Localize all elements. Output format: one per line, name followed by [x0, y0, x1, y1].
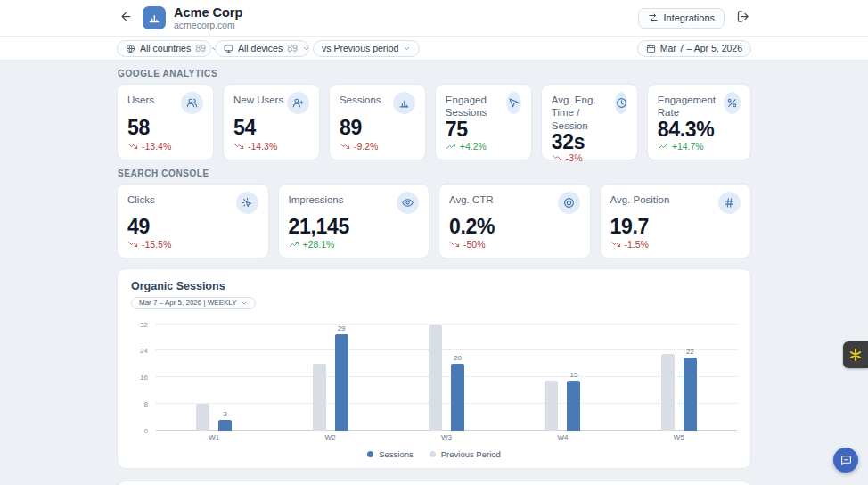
x-axis-tick: W3 [389, 433, 504, 441]
metric-value: 84.3% [658, 119, 741, 140]
metric-title: Engaged Sessions [446, 94, 506, 119]
metric-delta: -1.5% [610, 239, 741, 250]
metric-value: 75 [446, 119, 521, 140]
arrow-left-icon [119, 10, 133, 23]
metric-delta: -14.3% [233, 141, 309, 152]
bar-previous-period-w3 [429, 325, 442, 431]
page-title: Acme Corp [174, 5, 242, 20]
metric-value: 89 [340, 118, 415, 138]
metric-card-avg-position: Avg. Position19.7-1.5% [600, 184, 752, 259]
asterisk-icon [848, 348, 863, 362]
metric-delta: -50% [449, 239, 580, 250]
section-label-google-analytics: GOOGLE ANALYTICS [118, 69, 751, 78]
metric-title: Sessions [340, 94, 384, 106]
countries-filter[interactable]: All countries 89 [117, 40, 211, 57]
metric-card-engagement-rate: Engagement Rate84.3%+14.7% [647, 84, 751, 160]
back-button[interactable] [117, 9, 135, 27]
logout-icon [736, 10, 749, 23]
trend-down-icon [127, 240, 138, 249]
hash-icon [718, 192, 741, 214]
trend-down-icon [127, 142, 138, 151]
devices-filter[interactable]: All devices 89 [215, 40, 309, 57]
comparison-filter-label: vs Previous period [322, 43, 398, 53]
metric-delta: +14.7% [658, 141, 741, 152]
trend-up-icon [289, 240, 299, 249]
date-range-label: Mar 7 – Apr 5, 2026 [660, 43, 742, 53]
metric-value: 21,145 [289, 217, 420, 237]
chart-plot-area: 329201522 [156, 325, 737, 431]
logout-button[interactable] [733, 9, 751, 27]
search-console-cards: Clicks49-15.5%Impressions21,145+28.1%Avg… [117, 184, 751, 259]
x-axis-tick: W1 [156, 433, 272, 441]
trend-down-icon [233, 142, 244, 151]
metric-title: Impressions [289, 193, 347, 206]
metric-value: 54 [233, 118, 309, 138]
extension-badge[interactable] [843, 341, 868, 368]
top-header: Acme Corp acmecorp.com Integrations [0, 0, 868, 37]
legend-item-sessions[interactable]: Sessions [367, 449, 414, 459]
metric-delta: -15.5% [127, 239, 258, 250]
devices-count: 89 [287, 43, 298, 53]
comparison-filter[interactable]: vs Previous period [313, 40, 420, 57]
metric-card-new-users: New Users54-14.3% [223, 84, 320, 160]
countries-filter-label: All countries [140, 43, 191, 53]
trend-down-icon [610, 240, 621, 249]
x-axis-tick: W5 [621, 433, 737, 441]
organic-sessions-chart: 08162432 329201522 [131, 325, 737, 431]
metric-card-avg-eng-time-session: Avg. Eng. Time / Session32s-3% [541, 84, 638, 160]
chat-bubble-icon [840, 455, 852, 466]
bar-value-label: 22 [686, 348, 694, 356]
trend-down-icon [552, 153, 562, 162]
metric-title: Engagement Rate [658, 94, 724, 119]
app-logo [143, 6, 166, 29]
bar-sessions-w5: 22 [684, 358, 697, 431]
legend-dot [430, 451, 436, 457]
integrations-button[interactable]: Integrations [638, 8, 725, 29]
date-range-picker[interactable]: Mar 7 – Apr 5, 2026 [637, 40, 751, 57]
countries-count: 89 [195, 43, 206, 53]
metric-value: 19.7 [610, 217, 741, 237]
metric-title: New Users [233, 94, 286, 106]
bar-group-w3: 20 [389, 325, 504, 431]
metric-delta: -3% [552, 152, 627, 163]
metric-delta: -13.4% [127, 141, 203, 152]
legend-dot [367, 451, 373, 457]
chart-period-label: Mar 7 – Apr 5, 2026 | WEEKLY [139, 299, 237, 307]
trend-down-icon [340, 142, 350, 151]
y-axis-tick: 16 [140, 374, 148, 382]
globe-icon [126, 44, 135, 53]
chat-button[interactable] [833, 448, 858, 473]
legend-item-previous-period[interactable]: Previous Period [430, 449, 501, 459]
filter-bar: All countries 89 All devices 89 vs Previ… [0, 37, 868, 61]
metric-card-sessions: Sessions89-9.2% [329, 84, 426, 160]
organic-sessions-second-card: Organic Sessions [117, 481, 751, 485]
bar-value-label: 20 [454, 354, 462, 362]
bar-sessions-w2: 29 [335, 334, 348, 431]
metric-title: Users [127, 94, 157, 106]
x-axis-tick: W2 [272, 433, 388, 441]
bar-previous-period-w1 [196, 404, 209, 431]
y-axis-tick: 24 [140, 347, 148, 355]
eye-icon [397, 192, 419, 214]
chevron-down-icon [302, 45, 310, 53]
target-icon [558, 192, 580, 214]
dashboard-content: GOOGLE ANALYTICS Users58-13.4%New Users5… [0, 61, 868, 485]
metric-title: Clicks [127, 193, 158, 206]
monitor-icon [224, 44, 233, 53]
organic-sessions-chart-card: Organic Sessions Mar 7 – Apr 5, 2026 | W… [117, 268, 751, 469]
cursor-click-icon [236, 192, 258, 214]
bar-previous-period-w4 [545, 381, 558, 431]
devices-filter-label: All devices [238, 43, 283, 53]
trend-up-icon [658, 142, 668, 151]
metric-title: Avg. CTR [449, 193, 496, 206]
bar-chart-icon [393, 92, 415, 114]
y-axis-tick: 32 [140, 320, 148, 328]
metric-card-clicks: Clicks49-15.5% [117, 184, 269, 259]
bar-chart-logo-icon [148, 12, 160, 24]
mouse-pointer-icon [506, 92, 521, 114]
chart-period-selector[interactable]: Mar 7 – Apr 5, 2026 | WEEKLY [131, 297, 256, 309]
bar-sessions-w1: 3 [218, 420, 232, 430]
google-analytics-cards: Users58-13.4%New Users54-14.3%Sessions89… [117, 84, 751, 160]
chart-legend: SessionsPrevious Period [131, 449, 737, 461]
transfer-icon [648, 12, 659, 23]
